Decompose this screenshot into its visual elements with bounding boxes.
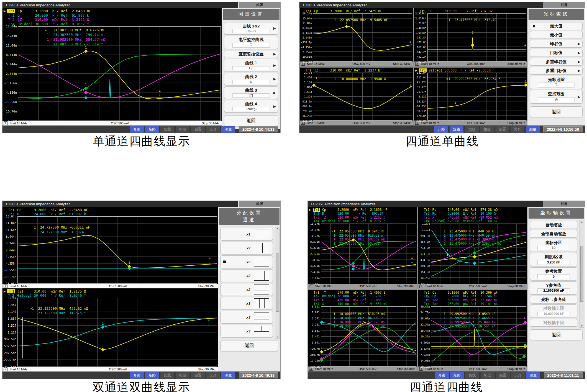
start-frequency[interactable]: Start 18 MHz [315, 367, 347, 371]
reference-arrow-icon[interactable]: ↓ [524, 316, 526, 320]
y-axis-labels[interactable]: 2.7672.4572.1471.8371.5271.217907.5m*597… [2, 298, 17, 367]
trace-settings[interactable]: Vac 5.6000 mV/ Ref 22.602 mV [430, 298, 498, 302]
menu-item-label[interactable]: 刻度/区域 [531, 254, 576, 260]
reference-arrow-icon[interactable]: ↓ [411, 256, 413, 260]
back-button-label[interactable]: 返回 [222, 343, 277, 349]
menu-item-label[interactable]: 全部自动缩放 [531, 231, 576, 237]
start-frequency[interactable]: Start 18 MHz [425, 367, 457, 371]
active-trace-arrow-icon[interactable]: ▶ [309, 208, 313, 212]
marker-readout[interactable]: 1 21.982500 MHz 584.57 mΩ [45, 37, 105, 42]
trace-row[interactable]: Tr4 Iac 230.00 μA/ Ref 19.141 mA [419, 302, 527, 306]
reference-arrow-icon[interactable]: ↓ [454, 101, 456, 105]
chart[interactable]: ▶Tr1 θz(deg) 30.000 ° / Ref -8.0350 °142… [414, 68, 527, 125]
menu-title[interactable]: 坐标轴设置 [529, 208, 584, 219]
layout-icon-3r[interactable] [254, 312, 269, 322]
x-axis[interactable]: 1Start 18 MHzOSC 500 mVStop 30 MHz [308, 284, 417, 289]
trace-settings[interactable]: D 24.000 k / Ref 61.907 k [15, 212, 86, 216]
trace-settings[interactable]: Rs 140.00 mΩ/ Ref 574.28 mΩ [430, 208, 498, 212]
menu-item-value[interactable]: D [232, 80, 270, 84]
stop-frequency[interactable]: Stop 30 MHz [165, 122, 219, 125]
x-axis[interactable]: 2Start 18 MHzOSC 500 mVStop 30 MHz [418, 284, 527, 289]
status-button[interactable]: 偏置 [496, 372, 510, 379]
trace-headers[interactable]: Tr1 D 310.00 / Ref 787.82 [414, 8, 527, 13]
menu-item-label[interactable]: 多重峰谷值 [531, 59, 581, 65]
status-button[interactable]: 短路 [145, 126, 159, 133]
osc-level[interactable]: OSC 500 mV [74, 122, 165, 125]
layout-icon-2cr[interactable] [254, 271, 269, 281]
marker-number[interactable]: 1 [85, 83, 87, 87]
trace-row[interactable]: Tr1 Cp 3.2000 nF/ Ref 2.2429 nF [301, 9, 413, 13]
osc-level[interactable]: OSC 500 mV [340, 62, 383, 65]
status-button[interactable]: 开路 [130, 372, 144, 379]
status-button[interactable]: 负载 [465, 126, 479, 133]
trace-name[interactable]: Tr2 [313, 294, 320, 298]
chart-cell[interactable]: Tr1 |Z| 310.00 mΩ/ Ref 1.2237 Ω2.7742.46… [299, 67, 413, 126]
menu-item-label[interactable]: 对数轴下限 [531, 320, 576, 326]
status-button[interactable]: 相位 [176, 372, 189, 379]
x-axis[interactable]: 2Start 18 MHzOSC 500 mVStop 30 MHz [2, 367, 218, 371]
scroll-down-icon[interactable]: ∨ [581, 324, 583, 327]
trace-settings[interactable]: G 450.00 mS/ Ref 1.1831 S [320, 298, 385, 302]
osc-level[interactable]: OSC 500 mV [454, 62, 498, 65]
menu-item[interactable]: 刻度/区域3.200 nF [530, 253, 577, 266]
trace-headers[interactable]: Tr1 Cs 6.1000 μF/ Ref 10.366 μF Tr2 Cp 3… [418, 290, 527, 306]
start-frequency[interactable]: Start 18 MHz [315, 285, 347, 288]
active-trace-arrow-icon[interactable]: ▶ [4, 9, 7, 13]
y-axis-labels[interactable]: 1.2741.134994.3m854.3m714.3m574.3m434.3m… [418, 224, 431, 284]
marker-number[interactable]: 1 [345, 21, 347, 25]
menu-title[interactable]: 光标查找 [529, 9, 584, 20]
stop-frequency[interactable]: Stop 30 MHz [383, 62, 411, 65]
menu-item-value[interactable]: θz(deg) [232, 107, 270, 111]
menu-item[interactable]: 电平监控曲线关 [224, 36, 278, 49]
menu-item[interactable]: 自动缩放 [530, 221, 577, 229]
trace-row[interactable]: Tr3 G 450.00 mS/ Ref 1.1831 S [309, 298, 417, 302]
reference-arrow-icon[interactable]: ↓ [523, 350, 525, 354]
menu-item-label[interactable]: 目标值 [531, 50, 581, 55]
menu-item-label[interactable]: 直流监控设置 [225, 51, 277, 57]
screenshot-button[interactable]: 截屏 [543, 2, 585, 8]
trace-row[interactable]: Tr1 D 310.00 / Ref 787.82 [415, 9, 527, 13]
chart-cell[interactable]: Tr1 Cs 6.1000 μF/ Ref 10.366 μF Tr2 Cp 3… [418, 290, 527, 372]
status-button[interactable]: 相位 [481, 372, 494, 379]
sweep-cursor[interactable] [22, 317, 23, 358]
status-button[interactable]: 相位 [480, 126, 494, 133]
marker-readout[interactable]: 1 18.000000 MHz 1.9548 Ω [332, 77, 386, 81]
trace-settings[interactable]: |Z| 310.00 mΩ/ Ref 1.2175 Ω [15, 289, 86, 293]
marker-readout[interactable]: 1 18.000000 MHz 52.170 mS [332, 320, 385, 324]
scroll-up-icon[interactable]: ∧ [581, 221, 583, 224]
marker-readout[interactable]: >1 22.057500 MHz 9.5943 nF [332, 229, 385, 234]
trace-settings[interactable]: D 24.000 k / Ref 61.907 k [15, 13, 89, 18]
trace-settings[interactable]: |Y| 370.00 mS/ Ref 1.4607 S [320, 291, 385, 295]
menu-item-value[interactable]: 关 [232, 43, 270, 48]
osc-level[interactable]: OSC 500 mV [347, 367, 388, 371]
x-axis[interactable]: 3Start 18 MHzOSC 500 mVStop 30 MHz [300, 121, 413, 125]
submenu-arrow-icon[interactable]: ▶ [273, 52, 276, 56]
back-button[interactable]: 返回 [530, 329, 583, 340]
status-button[interactable]: 夹具 [206, 372, 220, 379]
marker-readout[interactable]: 1 29.992500 MHz -3.0549 nF [442, 312, 496, 316]
marker-readout[interactable]: >1 29.992500 MHz 63.934 ° [446, 77, 500, 81]
trace-row[interactable]: Tr2 D 24.000 k / Ref 61.907 k [4, 13, 222, 18]
menu-item-label[interactable]: x2 [247, 288, 250, 292]
trace-settings[interactable]: Cp 3.2000 nF/ Ref 2.2429 nF [312, 9, 382, 13]
trace-headers[interactable]: Tr1 Cp 3.2000 nF/ Ref 2.2429 nF [300, 8, 413, 13]
reference-arrow-icon[interactable]: ↓ [446, 252, 448, 256]
x-axis[interactable]: 3Start 18 MHzOSC 500 mVStop 30 MHz [308, 367, 417, 371]
status-button[interactable]: 夹具 [511, 372, 525, 379]
x-axis[interactable]: 2Start 18 MHzOSC 500 mVStop 30 MHz [414, 62, 527, 66]
start-frequency[interactable]: Start 18 MHz [10, 285, 73, 288]
datetime[interactable]: 2022-4-8 10:56:50 [543, 126, 583, 132]
marker-readout[interactable]: 1 23.475000 MHz 440.58 mΩ [442, 229, 501, 234]
submenu-arrow-icon[interactable]: ▶ [273, 77, 276, 81]
submenu-arrow-icon[interactable]: ▶ [578, 95, 580, 99]
menu-item[interactable]: 曲线 4θz(deg)▶ [224, 100, 278, 112]
status-button[interactable]: 偏置 [191, 372, 205, 379]
layout-icon-2t1b[interactable] [254, 326, 269, 336]
chart[interactable]: Tr1 |Y| 370.00 mS/ Ref 1.4607 S Tr2 θy(d… [308, 290, 417, 371]
side-menu[interactable]: 分配设置通道x1x2x2x2x2x3x3x3∧∨返回 [218, 207, 280, 354]
menu-item-label[interactable]: x2 [247, 274, 250, 278]
menu-item-label[interactable]: 自动缩放 [531, 222, 576, 228]
osc-level[interactable]: OSC 500 mV [347, 285, 388, 288]
chart-plot[interactable]: 1 23.475000 MHz 440.58 mΩ 1 23.475000 MH… [431, 224, 526, 284]
stop-frequency[interactable]: Stop 30 MHz [499, 285, 525, 288]
